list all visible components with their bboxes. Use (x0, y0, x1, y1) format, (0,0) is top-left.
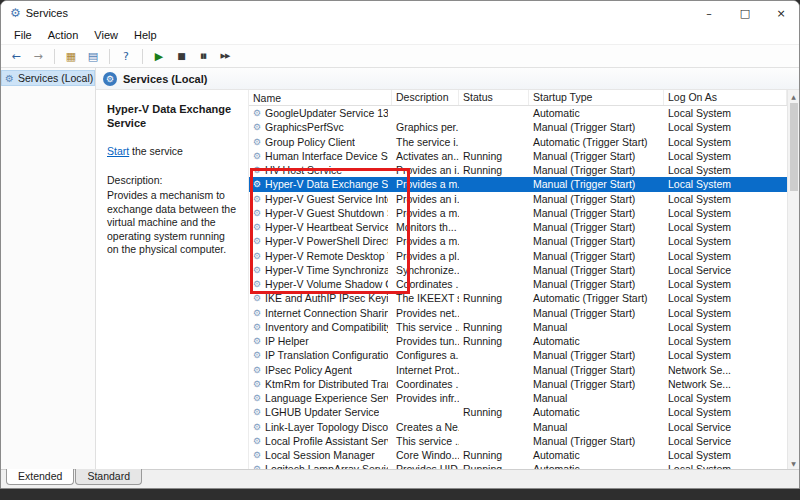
service-gear-icon: ⚙ (253, 236, 261, 246)
console-tree-panel: ⚙ Services (Local) (1, 68, 96, 469)
service-cell: Running (459, 449, 529, 461)
service-name-cell: ⚙Hyper-V Data Exchange Serv... (249, 178, 392, 190)
table-row[interactable]: ⚙Inventory and Compatibility...This serv… (249, 320, 787, 334)
help-icon[interactable]: ? (116, 46, 136, 66)
table-row[interactable]: ⚙GoogleUpdater Service 130....AutomaticL… (249, 106, 787, 120)
pause-service-icon[interactable]: ▮▮ (193, 46, 213, 66)
close-button[interactable]: × (763, 1, 799, 25)
service-gear-icon: ⚙ (253, 137, 261, 147)
column-header-description[interactable]: Description (392, 90, 459, 105)
table-row[interactable]: ⚙Link-Layer Topology Discove...Creates a… (249, 420, 787, 434)
column-header-log-on-as[interactable]: Log On As (664, 90, 787, 105)
table-row[interactable]: ⚙Hyper-V Remote Desktop Vi...Provides a … (249, 249, 787, 263)
table-row[interactable]: ⚙IP HelperProvides tun...RunningAutomati… (249, 334, 787, 348)
service-cell: Provides a m... (392, 207, 459, 219)
tree-item-services-local[interactable]: ⚙ Services (Local) (1, 70, 95, 86)
table-row[interactable]: ⚙Local Session ManagerCore Windo...Runni… (249, 448, 787, 462)
table-row[interactable]: ⚙Human Interface Device Serv...Activates… (249, 149, 787, 163)
table-row[interactable]: ⚙Hyper-V Heartbeat ServiceMonitors th...… (249, 220, 787, 234)
service-cell: Local System (664, 121, 787, 133)
service-name-text: Hyper-V Guest Shutdown Se... (265, 207, 388, 219)
service-name-cell: ⚙Inventory and Compatibility... (249, 321, 392, 333)
table-row[interactable]: ⚙IPsec Policy AgentInternet Prot...Manua… (249, 363, 787, 377)
tab-extended[interactable]: Extended (6, 469, 74, 485)
service-cell: Local System (664, 150, 787, 162)
service-cell: Manual (529, 321, 664, 333)
scrollbar-thumb[interactable] (790, 103, 798, 191)
maximize-button[interactable]: □ (727, 1, 763, 25)
view-tab-bar: Extended Standard (1, 469, 799, 488)
service-cell: Provides net... (392, 307, 459, 319)
start-service-line: Start the service (107, 145, 239, 159)
table-row[interactable]: ⚙Hyper-V Data Exchange Serv...Provides a… (249, 177, 787, 191)
service-name-text: Local Session Manager (265, 449, 375, 461)
column-header-name[interactable]: Name (249, 90, 392, 105)
table-row[interactable]: ⚙Hyper-V Time Synchronizati...Synchroniz… (249, 263, 787, 277)
selected-service-title: Hyper-V Data Exchange Service (107, 102, 239, 131)
table-row[interactable]: ⚙Logitech LampArray ServiceProvides HID.… (249, 462, 787, 469)
tab-standard[interactable]: Standard (75, 469, 142, 485)
service-gear-icon: ⚙ (253, 194, 261, 204)
stop-service-icon[interactable]: ■ (171, 46, 191, 66)
service-cell: Local System (664, 164, 787, 176)
column-header-status[interactable]: Status (459, 90, 529, 105)
scroll-up-icon[interactable]: ▲ (791, 90, 796, 102)
table-row[interactable]: ⚙GraphicsPerfSvcGraphics per...Manual (T… (249, 120, 787, 134)
service-cell: Manual (Trigger Start) (529, 378, 664, 390)
show-console-tree-icon[interactable]: ▦ (61, 46, 81, 66)
service-cell: Synchronize... (392, 264, 459, 276)
services-table-body: ⚙GoogleUpdater Service 130....AutomaticL… (249, 106, 787, 469)
service-name-text: Logitech LampArray Service (265, 463, 388, 469)
table-row[interactable]: ⚙LGHUB Updater ServiceRunningAutomaticLo… (249, 405, 787, 419)
service-name-cell: ⚙Logitech LampArray Service (249, 463, 392, 469)
scroll-down-icon[interactable]: ▼ (791, 457, 796, 469)
service-name-cell: ⚙Hyper-V Guest Service Interf... (249, 193, 392, 205)
service-cell: Manual (Trigger Start) (529, 364, 664, 376)
table-row[interactable]: ⚙KtmRm for Distributed Trans...Coordinat… (249, 377, 787, 391)
service-cell: Automatic (529, 463, 664, 469)
service-gear-icon: ⚙ (253, 365, 261, 375)
service-name-cell: ⚙GraphicsPerfSvc (249, 121, 392, 133)
menu-help[interactable]: Help (126, 27, 165, 43)
menu-file[interactable]: File (6, 27, 40, 43)
minimize-button[interactable]: – (691, 1, 727, 25)
service-cell: Local System (664, 278, 787, 290)
table-row[interactable]: ⚙Hyper-V Volume Shadow Co...Coordinates … (249, 277, 787, 291)
export-list-icon[interactable]: ▤ (83, 46, 103, 66)
service-cell: Local System (664, 349, 787, 361)
start-service-link[interactable]: Start (107, 145, 129, 157)
service-gear-icon: ⚙ (253, 407, 261, 417)
forward-icon[interactable]: → (28, 46, 48, 66)
table-row[interactable]: ⚙HV Host ServiceProvides an i...RunningM… (249, 163, 787, 177)
service-cell: Local System (664, 321, 787, 333)
service-name-text: KtmRm for Distributed Trans... (265, 378, 388, 390)
services-list: Name Description Status Startup Type Log… (248, 90, 787, 469)
table-row[interactable]: ⚙IKE and AuthIP IPsec Keying ...The IKEE… (249, 291, 787, 305)
table-row[interactable]: ⚙Internet Connection Sharing...Provides … (249, 306, 787, 320)
table-row[interactable]: ⚙Hyper-V PowerShell Direct S...Provides … (249, 234, 787, 248)
table-row[interactable]: ⚙IP Translation Configuration ...Configu… (249, 348, 787, 362)
table-row[interactable]: ⚙Group Policy ClientThe service i...Auto… (249, 135, 787, 149)
service-name-text: IPsec Policy Agent (265, 364, 352, 376)
table-row[interactable]: ⚙Hyper-V Guest Shutdown Se...Provides a … (249, 206, 787, 220)
service-gear-icon: ⚙ (253, 108, 261, 118)
service-gear-icon: ⚙ (253, 222, 261, 232)
table-row[interactable]: ⚙Hyper-V Guest Service Interf...Provides… (249, 192, 787, 206)
service-name-cell: ⚙Hyper-V Remote Desktop Vi... (249, 250, 392, 262)
menu-action[interactable]: Action (40, 27, 87, 43)
start-service-icon[interactable]: ▶ (149, 46, 169, 66)
toolbar-separator (54, 49, 55, 64)
service-gear-icon: ⚙ (253, 179, 261, 189)
column-header-startup-type[interactable]: Startup Type (529, 90, 664, 105)
menu-view[interactable]: View (86, 27, 126, 43)
table-row[interactable]: ⚙Language Experience ServiceProvides inf… (249, 391, 787, 405)
service-cell: Configures a... (392, 349, 459, 361)
service-cell: Provides an i... (392, 164, 459, 176)
vertical-scrollbar[interactable]: ▲ ▼ (787, 90, 799, 469)
service-cell: Coordinates ... (392, 378, 459, 390)
back-icon[interactable]: ← (6, 46, 26, 66)
service-cell: Network Se... (664, 364, 787, 376)
table-row[interactable]: ⚙Local Profile Assistant ServiceThis ser… (249, 434, 787, 448)
restart-service-icon[interactable]: ▶▶ (215, 46, 235, 66)
toolbar-separator (109, 49, 110, 64)
